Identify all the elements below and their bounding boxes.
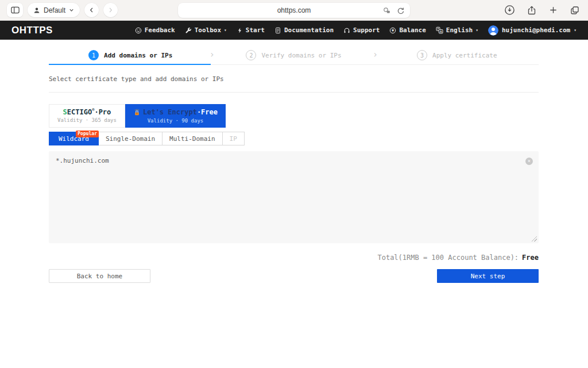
chevron-down-icon [69, 7, 74, 13]
share-icon [527, 5, 537, 16]
url-text: ohttps.com [277, 6, 311, 14]
nav-item-support[interactable]: Support [343, 26, 380, 34]
nav-label: English [446, 26, 473, 34]
lock-icon [133, 109, 141, 116]
tab-label: Single-Domain [106, 135, 155, 143]
chrome-toolbar-right [503, 3, 581, 17]
downloads-button[interactable] [503, 3, 516, 17]
nav-label: Balance [399, 26, 425, 34]
url-bar-tools [382, 3, 405, 18]
next-step-button[interactable]: Next step [437, 269, 539, 283]
tab-multi-domain[interactable]: Multi-Domain [162, 132, 222, 145]
nav-item-start[interactable]: Start [237, 26, 265, 34]
nav-item-toolbox[interactable]: Toolbox ▾ [185, 26, 227, 34]
translate-icon: A [436, 26, 443, 34]
divider [49, 92, 539, 93]
card-sectigo-pro[interactable]: SECTIGO®·Pro Validity · 365 days [49, 104, 125, 128]
nav-item-feedback[interactable]: Feedback [135, 26, 175, 34]
account-menu-button[interactable]: hujunchi@phedi.com ▾ [488, 25, 577, 36]
action-buttons: Back to home Next step [49, 269, 539, 283]
forward-button[interactable] [103, 3, 118, 17]
domains-input-wrap: *.hujunchi.com × [49, 151, 539, 243]
nav-item-balance[interactable]: ¥ Balance [389, 26, 425, 34]
tab-single-domain[interactable]: Single-Domain [98, 132, 163, 145]
navbar-menu: Feedback Toolbox ▾ Start Documentation S… [135, 25, 577, 36]
tabs-icon [570, 5, 580, 16]
new-tab-button[interactable] [547, 4, 559, 16]
document-icon [274, 27, 281, 34]
nav-label: Documentation [284, 26, 334, 34]
tab-ip[interactable]: IP [222, 132, 245, 145]
reload-icon [397, 7, 404, 14]
step-verify-domains: 2 Verify domains or IPs [212, 46, 375, 64]
account-email: hujunchi@phedi.com [502, 26, 570, 34]
total-row: Total(1RMB = 100 Account Balance):Free [49, 254, 539, 262]
step-number: 1 [88, 50, 99, 60]
nav-label: Feedback [145, 26, 175, 34]
active-step-underline [49, 64, 211, 65]
nav-label: Start [246, 26, 265, 34]
resize-handle[interactable] [532, 236, 537, 241]
wrench-icon [185, 27, 192, 34]
close-icon: × [528, 158, 531, 164]
site-navbar: OHTTPS Feedback Toolbox ▾ Start Document… [0, 21, 588, 40]
currency-circle-icon: ¥ [389, 27, 396, 34]
main-content: 1 Add domains or IPs 2 Verify domains or… [49, 46, 539, 283]
step-apply-certificate: 3 Apply certificate [376, 46, 539, 64]
svg-text:¥: ¥ [392, 28, 394, 32]
chevron-right-icon: › [210, 49, 215, 60]
tab-label: Multi-Domain [169, 135, 215, 143]
reload-button[interactable] [396, 6, 405, 16]
popular-badge: Popular [76, 131, 99, 137]
step-number: 2 [246, 50, 256, 60]
sidebar-toggle-button[interactable] [7, 3, 23, 17]
download-icon [504, 5, 515, 16]
back-to-home-button[interactable]: Back to home [49, 269, 150, 283]
tab-label: IP [230, 135, 237, 143]
step-label: Add domains or IPs [104, 52, 172, 59]
profile-menu-button[interactable]: Default [28, 3, 80, 17]
nav-item-language[interactable]: A English ▾ [436, 26, 478, 34]
clear-input-button[interactable]: × [525, 158, 533, 165]
site-logo[interactable]: OHTTPS [11, 25, 53, 36]
total-value: Free [522, 254, 539, 262]
back-button[interactable] [84, 3, 99, 17]
smiley-icon [135, 27, 142, 34]
caret-down-icon: ▾ [224, 28, 227, 33]
nav-item-documentation[interactable]: Documentation [274, 26, 334, 34]
card-lets-encrypt-free[interactable]: Let's Encrypt·Free Validity · 90 days [125, 104, 226, 128]
caret-down-icon: ▾ [475, 28, 478, 33]
tab-overview-button[interactable] [568, 4, 581, 17]
nav-label: Toolbox [195, 26, 221, 34]
browser-chrome: Default ohttps.com [0, 0, 588, 21]
chevron-right-icon [107, 6, 114, 14]
step-add-domains: 1 Add domains or IPs [49, 46, 212, 64]
avatar [488, 25, 498, 36]
domain-type-tabs: Wildcard Popular Single-Domain Multi-Dom… [49, 132, 539, 145]
lightning-icon [237, 27, 243, 34]
lets-encrypt-validity: Validity · 90 days [148, 118, 204, 124]
sectigo-brand: SECTIGO®·Pro [63, 109, 111, 116]
domains-textarea[interactable]: *.hujunchi.com [49, 151, 539, 243]
step-label: Verify domains or IPs [261, 52, 341, 59]
total-label: Total(1RMB = 100 Account Balance): [377, 254, 519, 262]
page-tools-icon [383, 7, 390, 14]
svg-text:A: A [439, 30, 442, 33]
section-title: Select certificate type and add domains … [49, 75, 539, 83]
tab-wildcard[interactable]: Wildcard Popular [49, 132, 99, 145]
page-tools-button[interactable] [382, 6, 392, 16]
nav-label: Support [353, 26, 380, 34]
url-bar[interactable]: ohttps.com [178, 3, 410, 18]
share-button[interactable] [525, 4, 538, 17]
person-icon [33, 7, 40, 14]
chevron-left-icon [88, 6, 95, 14]
step-number: 3 [417, 50, 427, 60]
step-label: Apply certificate [432, 52, 497, 59]
stepper: 1 Add domains or IPs 2 Verify domains or… [49, 46, 539, 65]
headset-icon [343, 27, 350, 34]
certificate-type-cards: SECTIGO®·Pro Validity · 365 days Let's E… [49, 104, 539, 128]
lets-encrypt-brand: Let's Encrypt·Free [133, 109, 218, 116]
sectigo-validity: Validity · 365 days [57, 117, 117, 123]
sidebar-icon [10, 5, 20, 15]
profile-label: Default [44, 6, 65, 14]
